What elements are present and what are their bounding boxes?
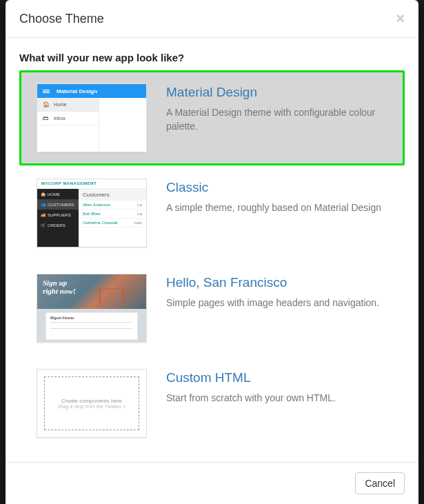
thumb-dropzone-hint: Drag & drop from the Toolbox > (58, 404, 125, 409)
theme-thumbnail: MYCORP MANAGEMENT 🏠HOME 👥CUSTOMERS 🚚SUPP… (37, 179, 147, 248)
thumb-sidebar-item: 🏠HOME (37, 189, 79, 199)
theme-name: Hello, San Francisco (166, 275, 387, 290)
theme-name: Custom HTML (166, 370, 387, 385)
bridge-icon (91, 284, 132, 305)
thumb-topbar: Material Design (37, 84, 146, 98)
thumb-sidebar-item: 🏠 Home (37, 98, 99, 112)
theme-option-classic[interactable]: MYCORP MANAGEMENT 🏠HOME 👥CUSTOMERS 🚚SUPP… (19, 165, 405, 261)
thumb-sidebar: 🏠HOME 👥CUSTOMERS 🚚SUPPLIERS 🛒ORDERS (37, 189, 79, 247)
theme-description: A simple theme, roughly based on Materia… (166, 201, 387, 214)
theme-thumbnail: Material Design 🏠 Home 🗃 Inbox (37, 83, 147, 152)
thumb-dropzone-text: Create components here (61, 398, 122, 404)
theme-option-custom-html[interactable]: Create components here Drag & drop from … (19, 356, 405, 451)
thumb-sidebar-item: 👥CUSTOMERS (37, 199, 79, 210)
modal-footer: Cancel (6, 462, 418, 504)
thumb-table-row: Allen AndersonLa (79, 201, 146, 210)
thumb-dropzone: Create components here Drag & drop from … (44, 376, 139, 430)
thumb-sidebar: 🏠 Home 🗃 Inbox (37, 98, 99, 152)
thumb-body: 🏠HOME 👥CUSTOMERS 🚚SUPPLIERS 🛒ORDERS Cust… (37, 189, 146, 247)
theme-description: Simple pages with image headers and navi… (166, 296, 387, 310)
theme-option-material-design[interactable]: Material Design 🏠 Home 🗃 Inbox Material … (19, 70, 405, 165)
thumb-sidebar-label: Inbox (54, 116, 65, 121)
theme-info: Custom HTML Start from scratch with your… (166, 369, 387, 405)
modal-header: Choose Theme × (6, 0, 418, 38)
theme-name: Classic (166, 180, 387, 195)
theme-info: Hello, San Francisco Simple pages with i… (166, 274, 387, 310)
close-button[interactable]: × (396, 11, 405, 26)
home-icon: 🏠 (43, 101, 48, 108)
inbox-icon: 🗃 (43, 115, 48, 121)
thumb-form: Miguel Alvarez (46, 312, 138, 340)
thumb-main-heading: Customers (79, 189, 146, 201)
prompt-text: What will your new app look like? (19, 52, 405, 63)
thumb-sidebar-item: 🛒ORDERS (37, 220, 79, 230)
hamburger-icon (43, 89, 50, 94)
thumb-table-row: Catherine CreswellLast (79, 219, 146, 228)
thumb-table-row: Bob BlastLa (79, 210, 146, 219)
theme-thumbnail: Sign up right now! Miguel Alvarez (37, 274, 147, 343)
modal-title: Choose Theme (19, 12, 104, 26)
home-icon: 🏠 (41, 192, 45, 196)
theme-thumbnail: Create components here Drag & drop from … (37, 369, 147, 438)
cancel-button[interactable]: Cancel (355, 472, 405, 494)
thumb-brand: MYCORP MANAGEMENT (37, 179, 146, 189)
close-icon: × (396, 10, 405, 27)
theme-option-hello-san-francisco[interactable]: Sign up right now! Miguel Alvarez Hello,… (19, 261, 405, 356)
theme-description: Start from scratch with your own HTML. (166, 391, 387, 405)
modal-body: What will your new app look like? Materi… (6, 38, 418, 462)
thumb-sidebar-label: Home (54, 102, 67, 107)
theme-name: Material Design (166, 85, 387, 100)
thumb-form-label: Miguel Alvarez (50, 316, 133, 320)
customers-icon: 👥 (41, 202, 45, 207)
orders-icon: 🛒 (41, 223, 45, 228)
thumb-sidebar-item: 🗃 Inbox (37, 112, 99, 125)
thumb-hero: Sign up right now! (37, 274, 146, 309)
thumb-main: Customers Allen AndersonLa Bob BlastLa C… (79, 189, 146, 247)
theme-description: A Material Design theme with configurabl… (166, 105, 387, 134)
thumb-sidebar-item: 🚚SUPPLIERS (37, 210, 79, 220)
thumb-topbar-label: Material Design (57, 88, 97, 94)
theme-info: Material Design A Material Design theme … (166, 83, 387, 134)
suppliers-icon: 🚚 (41, 212, 45, 217)
choose-theme-modal: Choose Theme × What will your new app lo… (6, 0, 418, 504)
thumb-hero-text: Sign up right now! (43, 279, 76, 295)
theme-info: Classic A simple theme, roughly based on… (166, 179, 387, 214)
